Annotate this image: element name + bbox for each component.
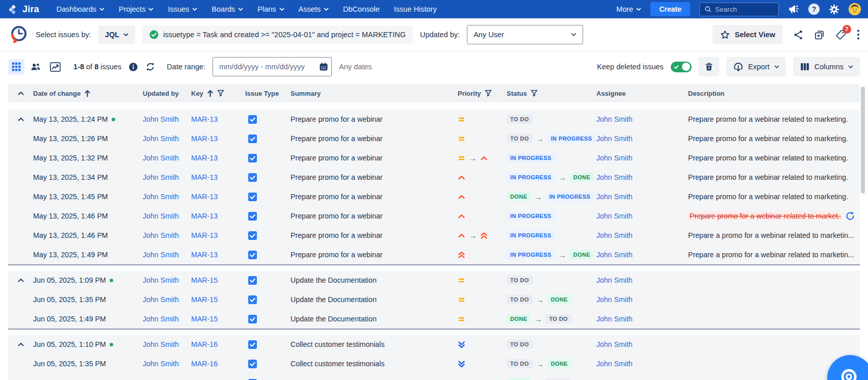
updated-by-link[interactable]: John Smith <box>143 212 179 220</box>
issue-key-link[interactable]: MAR-13 <box>191 134 218 143</box>
filter-icon[interactable] <box>217 90 224 97</box>
status-cell: TO DO <box>507 340 596 349</box>
issue-key-link[interactable]: MAR-13 <box>191 231 218 239</box>
issue-key-link[interactable]: MAR-15 <box>191 276 218 284</box>
issue-key-link[interactable]: MAR-13 <box>191 212 218 220</box>
assignee-link[interactable]: John Smith <box>596 315 633 323</box>
change-date: May 13, 2025, 1:46 PM <box>33 231 108 239</box>
chart-view-button[interactable] <box>47 59 63 74</box>
search-input[interactable] <box>715 6 771 13</box>
assignee-link[interactable]: John Smith <box>596 251 633 259</box>
status-cell: IN PROGRESS <box>507 211 596 221</box>
select-view-button[interactable]: Select View <box>713 25 783 44</box>
grid-view-button[interactable] <box>8 59 24 74</box>
assignee-link[interactable]: John Smith <box>596 276 633 284</box>
deleted-description-text: Prepare promo for a webinar related to m… <box>688 211 841 221</box>
updated-by-link[interactable]: John Smith <box>143 115 179 123</box>
assignee-link[interactable]: John Smith <box>596 231 633 239</box>
share-icon[interactable] <box>793 30 804 40</box>
issue-key-link[interactable]: MAR-13 <box>191 154 218 162</box>
updated-by-link[interactable]: John Smith <box>143 173 179 181</box>
announcements-megaphone-icon[interactable] <box>788 4 799 15</box>
issue-key-link[interactable]: MAR-13 <box>191 251 218 259</box>
sort-ascending-icon[interactable] <box>207 90 214 97</box>
jira-brand[interactable]: Jira <box>8 4 39 15</box>
date-range-field[interactable] <box>213 57 332 76</box>
filter-icon[interactable] <box>531 90 538 97</box>
query-mode-dropdown[interactable]: JQL <box>98 25 135 44</box>
updated-by-link[interactable]: John Smith <box>143 340 179 348</box>
updated-by-link[interactable]: John Smith <box>143 134 179 143</box>
jql-query-pill[interactable]: issuetype = Task and created >= "2025-04… <box>142 25 413 44</box>
assignee-link[interactable]: John Smith <box>596 360 633 368</box>
assignee-link[interactable]: John Smith <box>596 212 633 220</box>
updated-by-link[interactable]: John Smith <box>143 295 179 304</box>
user-avatar[interactable] <box>849 3 861 15</box>
updated-by-link[interactable]: John Smith <box>143 154 179 162</box>
help-icon[interactable]: ? <box>808 4 820 15</box>
issue-key-link[interactable]: MAR-13 <box>191 193 218 201</box>
labels-tag-icon[interactable]: 7 <box>835 29 847 41</box>
nav-item-projects[interactable]: Projects <box>119 5 153 13</box>
issue-key-link[interactable]: MAR-15 <box>191 315 218 323</box>
restore-description-button[interactable] <box>845 211 855 221</box>
create-button[interactable]: Create <box>650 2 690 16</box>
group-by-user-view-button[interactable] <box>28 59 44 74</box>
assignee-link[interactable]: John Smith <box>596 115 633 123</box>
status-badge: DONE <box>570 173 594 182</box>
nav-item-plans[interactable]: Plans <box>257 5 284 13</box>
priority-cell <box>458 341 507 348</box>
status-cell: IN PROGRESS <box>507 231 596 240</box>
vertical-scrollbar[interactable] <box>861 87 865 194</box>
assignee-link[interactable]: John Smith <box>596 193 633 201</box>
columns-button[interactable]: Columns <box>793 57 860 76</box>
filter-bar: Select issues by: JQL issuetype = Task a… <box>0 18 868 51</box>
issue-key-link[interactable]: MAR-13 <box>191 115 218 123</box>
more-options-kebab-icon[interactable] <box>857 29 860 40</box>
info-icon[interactable] <box>128 62 138 72</box>
change-date: May 13, 2025, 1:32 PM <box>33 154 108 162</box>
sort-ascending-icon[interactable] <box>84 90 91 97</box>
collapse-group-chevron-icon[interactable] <box>17 117 24 122</box>
assignee-link[interactable]: John Smith <box>596 340 633 348</box>
updated-by-link[interactable]: John Smith <box>143 251 179 259</box>
collapse-all-chevron-icon[interactable] <box>8 91 33 96</box>
export-button[interactable]: Export <box>726 57 786 76</box>
updated-by-link[interactable]: John Smith <box>143 193 179 201</box>
delete-button[interactable] <box>699 57 719 76</box>
assignee-link[interactable]: John Smith <box>596 173 633 181</box>
refresh-icon[interactable] <box>145 62 155 72</box>
assignee-link[interactable]: John Smith <box>596 154 633 162</box>
updated-by-link[interactable]: John Smith <box>143 231 179 239</box>
priority-high-icon <box>480 154 488 162</box>
updated-by-select[interactable]: Any User <box>467 25 583 44</box>
nav-item-issue-history[interactable]: Issue History <box>394 5 437 13</box>
issue-key-link[interactable]: MAR-15 <box>191 295 218 304</box>
updated-by-link[interactable]: John Smith <box>143 315 179 323</box>
settings-gear-icon[interactable] <box>829 4 839 15</box>
nav-item-assets[interactable]: Assets <box>299 5 329 13</box>
filter-icon[interactable] <box>485 90 492 97</box>
global-search[interactable] <box>699 3 779 16</box>
issue-key-link[interactable]: MAR-16 <box>191 360 218 368</box>
saved-views-icon[interactable] <box>814 30 825 40</box>
change-date: May 13, 2025, 1:49 PM <box>33 251 108 259</box>
nav-item-dbconsole[interactable]: DbConsole <box>343 5 380 13</box>
collapse-group-chevron-icon[interactable] <box>17 342 24 347</box>
updated-by-link[interactable]: John Smith <box>143 276 179 284</box>
nav-item-boards[interactable]: Boards <box>212 5 243 13</box>
calendar-icon[interactable] <box>319 62 329 72</box>
assignee-link[interactable]: John Smith <box>596 295 633 304</box>
collapse-group-chevron-icon[interactable] <box>17 278 24 283</box>
status-badge: TO DO <box>507 340 533 349</box>
issue-key-link[interactable]: MAR-13 <box>191 173 218 181</box>
keep-deleted-toggle[interactable] <box>671 62 692 72</box>
nav-item-more[interactable]: More <box>616 5 641 13</box>
assignee-link[interactable]: John Smith <box>596 134 633 143</box>
issue-key-link[interactable]: MAR-16 <box>191 340 218 348</box>
updated-by-link[interactable]: John Smith <box>143 360 179 368</box>
column-header-description: Description <box>688 90 860 97</box>
nav-item-issues[interactable]: Issues <box>168 5 197 13</box>
date-range-input[interactable] <box>219 63 314 71</box>
nav-item-dashboards[interactable]: Dashboards <box>57 5 104 13</box>
